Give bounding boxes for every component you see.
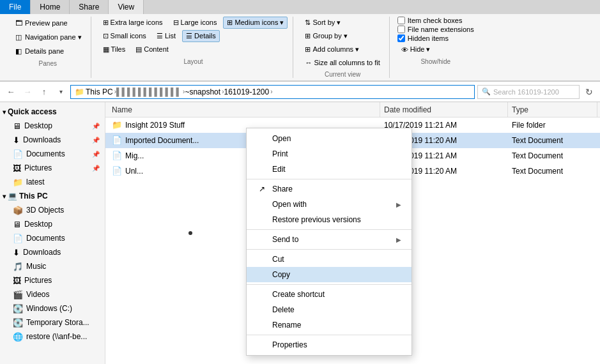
column-header-type[interactable]: Type	[508, 102, 597, 117]
ctx-edit[interactable]: Edit	[247, 162, 412, 177]
layout-row3: ▦ Tiles ▤ Content	[99, 43, 288, 56]
sidebar-item-latest-quick[interactable]: 📁 latest	[0, 175, 105, 189]
sort-by-button[interactable]: ⇅ Sort by ▾	[301, 17, 344, 29]
sidebar-item-desktop-label: Desktop	[24, 220, 52, 229]
content-label: ▤ Content	[135, 45, 169, 54]
quick-access-header[interactable]: ▾ Quick access	[0, 105, 105, 119]
path-thispc-label: This PC	[86, 87, 113, 96]
sidebar-item-temp-storage[interactable]: 💽 Temporary Stora...	[0, 315, 105, 330]
ctx-create-shortcut[interactable]: Create shortcut	[247, 287, 412, 302]
add-columns-button[interactable]: ⊞ Add columns ▾	[301, 43, 363, 56]
ctx-share[interactable]: ↗ Share	[247, 181, 412, 197]
tab-home[interactable]: Home	[31, 0, 70, 14]
sidebar-item-3d-objects[interactable]: 📦 3D Objects	[0, 203, 105, 217]
documents-icon-quick: 📄	[13, 149, 23, 159]
sidebar-item-pictures[interactable]: 🖼 Pictures	[0, 273, 105, 287]
sidebar-item-downloads-quick[interactable]: ⬇ Downloads 📌	[0, 133, 105, 147]
videos-icon: 🎬	[13, 290, 23, 300]
column-type-label: Type	[512, 105, 528, 114]
sidebar-item-desktop[interactable]: 🖥 Desktop	[0, 217, 105, 231]
show-hide-group-title: Show/hide	[397, 58, 474, 65]
folder-icon-insight: 📁	[112, 120, 122, 130]
ctx-properties[interactable]: Properties	[247, 337, 412, 353]
sidebar-item-3d-objects-label: 3D Objects	[26, 206, 64, 215]
ctx-open-with[interactable]: Open with ▶	[247, 197, 412, 212]
current-view-row4: ↔ Size all columns to fit	[301, 57, 383, 68]
small-icons-button[interactable]: ⊡ Small icons	[99, 30, 150, 42]
sidebar-item-downloads-label: Downloads	[23, 248, 61, 257]
ctx-rename[interactable]: Rename	[247, 317, 412, 333]
sidebar-item-restore[interactable]: 🌐 restore (\\anf-be...	[0, 330, 105, 344]
sort-by-label: Sort by ▾	[312, 19, 341, 27]
ctx-open-label: Open	[272, 134, 291, 143]
item-check-boxes-input[interactable]	[397, 17, 405, 24]
sidebar-item-music[interactable]: 🎵 Music	[0, 259, 105, 273]
sidebar-item-windows-c[interactable]: 💽 Windows (C:)	[0, 301, 105, 315]
details-view-button[interactable]: ☰ Details	[182, 30, 220, 42]
details-pane-button[interactable]: ◧ Details pane	[10, 45, 68, 57]
forward-button[interactable]: →	[20, 85, 35, 99]
sidebar-item-pictures-quick[interactable]: 🖼 Pictures 📌	[0, 161, 105, 175]
preview-pane-label: Preview pane	[25, 19, 68, 27]
large-icons-label: ⊟ Large icons	[173, 19, 217, 27]
file-name-extensions-checkbox[interactable]: File name extensions	[397, 26, 474, 33]
windows-c-icon: 💽	[13, 304, 23, 314]
recent-locations-button[interactable]: ▾	[54, 85, 68, 99]
refresh-button[interactable]: ↻	[582, 85, 596, 99]
content-button[interactable]: ▤ Content	[132, 43, 173, 56]
extra-large-icons-label: ⊞ Extra large icons	[103, 19, 163, 27]
ctx-share-label: Share	[272, 185, 293, 193]
tiles-button[interactable]: ▦ Tiles	[99, 43, 130, 56]
documents-icon-thispc: 📄	[13, 234, 23, 243]
doc-icon-mig: 📄	[112, 151, 122, 160]
sidebar-item-downloads[interactable]: ⬇ Downloads	[0, 245, 105, 259]
sidebar-item-documents-quick[interactable]: 📄 Documents 📌	[0, 147, 105, 161]
column-date-label: Date modified	[384, 105, 431, 114]
nav-pane-button[interactable]: ◫ Navigation pane ▾	[10, 31, 86, 43]
up-button[interactable]: ↑	[37, 85, 51, 99]
ctx-delete[interactable]: Delete	[247, 302, 412, 317]
list-button[interactable]: ☰ List	[153, 30, 180, 42]
back-button[interactable]: ←	[4, 85, 18, 99]
ctx-send-to[interactable]: Send to ▶	[247, 232, 412, 247]
hidden-items-input[interactable]	[397, 34, 405, 42]
tab-share[interactable]: Share	[70, 0, 109, 14]
search-box[interactable]: 🔍 Search 161019-1200	[477, 85, 580, 99]
hidden-items-checkbox[interactable]: Hidden items	[397, 34, 449, 42]
sidebar-item-desktop-quick-label: Desktop	[24, 121, 52, 130]
ctx-copy-label: Copy	[272, 270, 290, 279]
add-columns-icon: ⊞	[305, 45, 311, 54]
address-path[interactable]: 📁 This PC › ▌▌▌▌▌▌▌▌▌▌▌▌ › ~snapshot › 1…	[70, 85, 475, 99]
size-all-columns-button[interactable]: ↔ Size all columns to fit	[301, 57, 383, 68]
file-name-extensions-input[interactable]	[397, 26, 405, 33]
ctx-open[interactable]: Open	[247, 131, 412, 146]
ctx-restore-prev[interactable]: Restore previous versions	[247, 212, 412, 227]
pin-icon-pictures: 📌	[92, 165, 100, 172]
large-icons-button[interactable]: ⊟ Large icons	[169, 17, 221, 29]
file-name-extensions-label: File name extensions	[408, 26, 474, 33]
layout-row2: ⊡ Small icons ☰ List ☰ Details	[99, 30, 288, 42]
group-by-button[interactable]: ⊞ Group by ▾	[301, 30, 351, 42]
extra-large-icons-button[interactable]: ⊞ Extra large icons	[99, 17, 167, 29]
this-pc-header[interactable]: ▾ 💻 This PC	[0, 189, 105, 203]
nav-pane-row: ◫ Navigation pane ▾	[10, 31, 86, 43]
sidebar-item-documents[interactable]: 📄 Documents	[0, 231, 105, 245]
sidebar-item-desktop-quick[interactable]: 🖥 Desktop 📌	[0, 119, 105, 133]
ctx-print[interactable]: Print	[247, 146, 412, 162]
tab-file[interactable]: File	[0, 0, 31, 14]
music-icon: 🎵	[13, 262, 23, 271]
preview-pane-button[interactable]: 🗔 Preview pane	[10, 17, 72, 29]
ribbon-body: 🗔 Preview pane ◫ Navigation pane ▾ ◧ Det…	[0, 14, 600, 81]
column-header-date[interactable]: Date modified	[380, 102, 508, 117]
ctx-copy[interactable]: Copy	[247, 267, 412, 282]
column-header-name[interactable]: Name	[108, 102, 380, 117]
item-check-boxes-checkbox[interactable]: Item check boxes	[397, 17, 463, 24]
ctx-cut-label: Cut	[272, 255, 284, 264]
hide-button[interactable]: 👁 Hide ▾	[397, 43, 435, 56]
tab-view[interactable]: View	[109, 0, 144, 14]
ctx-open-with-label: Open with	[272, 200, 307, 209]
sidebar-item-videos[interactable]: 🎬 Videos	[0, 287, 105, 301]
cursor-pointer	[188, 231, 192, 235]
ctx-cut[interactable]: Cut	[247, 252, 412, 267]
medium-icons-button[interactable]: ⊞ Medium icons ▾	[223, 17, 288, 29]
